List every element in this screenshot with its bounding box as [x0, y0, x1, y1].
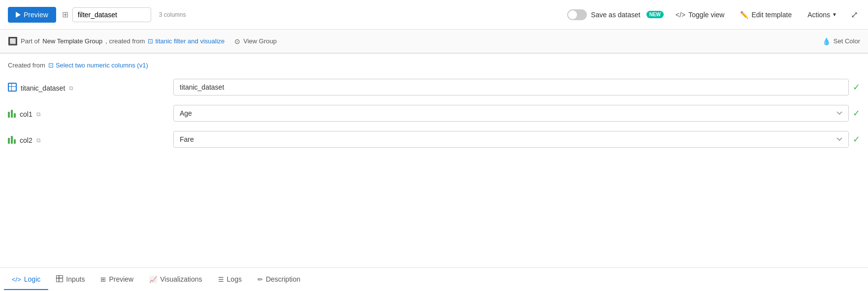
code-tab-icon: </>: [12, 276, 21, 283]
edit-template-label: Edit template: [751, 11, 792, 19]
toolbar-right: Save as dataset NEW </> Toggle view ✏️ E…: [567, 7, 860, 22]
bar-icon-col1: [8, 109, 16, 119]
svg-rect-12: [57, 276, 59, 278]
toolbar: Preview ⊞ 3 columns Save as dataset NEW …: [0, 0, 868, 30]
tab-inputs[interactable]: Inputs: [48, 269, 93, 291]
save-dataset-toggle-wrap: Save as dataset NEW: [567, 9, 664, 20]
param-label-col1: col1 ⧉: [8, 105, 165, 123]
tab-logs[interactable]: ☰ Logs: [210, 269, 250, 290]
tab-description[interactable]: ✏ Description: [250, 269, 308, 290]
group-name: New Template Group: [42, 37, 102, 45]
svg-rect-3: [9, 87, 11, 91]
template-link-text: titanic filter and visualize: [155, 37, 225, 45]
columns-label: 3 columns: [159, 11, 186, 18]
tab-preview-label: Preview: [109, 275, 133, 283]
set-color-label: Set Color: [834, 37, 860, 45]
check-icon-dataset: ✓: [853, 82, 860, 93]
list-tab-icon: ☰: [218, 276, 224, 283]
param-label-text-dataset: titanic_dataset: [21, 84, 65, 92]
svg-rect-5: [8, 112, 10, 118]
bottom-tabs: </> Logic Inputs ⊞ Preview 📈 Visualizati…: [0, 267, 868, 291]
param-label-text-col2: col2: [20, 136, 32, 144]
tab-logic-label: Logic: [24, 275, 40, 283]
view-group-button[interactable]: ⊙ View Group: [234, 37, 277, 45]
params-grid: titanic_dataset ⧉ ✓ col1 ⧉ Age Fare P: [8, 79, 860, 149]
chart-tab-icon: 📈: [149, 276, 157, 283]
edit-icon: ✏️: [740, 11, 748, 19]
created-from-link[interactable]: ⊡ Select two numeric columns (v1): [48, 62, 148, 69]
svg-rect-15: [60, 278, 63, 282]
tab-logs-label: Logs: [227, 275, 242, 283]
part-of-bar: 🔲 Part of New Template Group , created f…: [0, 30, 868, 53]
svg-rect-4: [12, 87, 16, 91]
svg-rect-1: [9, 84, 11, 86]
toggle-view-label: Toggle view: [688, 11, 724, 19]
save-dataset-label: Save as dataset: [591, 11, 640, 19]
template-group-icon: 🔲: [8, 36, 18, 46]
svg-rect-9: [11, 136, 13, 144]
template-link-icon: ⊡: [148, 37, 153, 45]
svg-rect-14: [57, 278, 59, 282]
tab-logic[interactable]: </> Logic: [4, 269, 48, 290]
code-icon: </>: [675, 11, 685, 19]
tab-inputs-label: Inputs: [66, 275, 85, 283]
bar-icon-col2: [8, 135, 16, 145]
view-group-label: View Group: [243, 37, 277, 45]
param-input-wrap-dataset: ✓: [173, 79, 860, 96]
chevron-down-icon: ▼: [832, 12, 837, 17]
created-from-link-text: Select two numeric columns (v1): [56, 62, 148, 69]
copy-icon-col1[interactable]: ⧉: [36, 111, 41, 118]
play-icon: [16, 12, 21, 18]
color-drop-icon: 💧: [822, 37, 831, 45]
new-badge: NEW: [646, 11, 664, 18]
template-link[interactable]: ⊡ titanic filter and visualize: [148, 37, 225, 45]
svg-rect-6: [11, 110, 13, 118]
table-tab-icon: [56, 275, 63, 284]
param-input-wrap-col2: Age Fare Pclass SibSp Parch ✓: [173, 131, 860, 148]
created-from-prefix: Created from: [8, 62, 45, 69]
tab-preview[interactable]: ⊞ Preview: [93, 269, 141, 290]
set-color-button[interactable]: 💧 Set Color: [822, 37, 860, 45]
preview-button[interactable]: Preview: [8, 7, 56, 23]
save-dataset-toggle[interactable]: [567, 9, 587, 20]
edit-template-button[interactable]: ✏️ Edit template: [736, 9, 796, 21]
toggle-knob: [568, 10, 577, 19]
col1-select[interactable]: Age Fare Pclass SibSp Parch: [173, 105, 849, 122]
dataset-input[interactable]: [173, 79, 849, 96]
copy-icon-dataset[interactable]: ⧉: [69, 85, 73, 92]
col2-select[interactable]: Age Fare Pclass SibSp Parch: [173, 131, 849, 148]
svg-rect-10: [14, 139, 16, 144]
main-content: Created from ⊡ Select two numeric column…: [0, 54, 868, 267]
grid-tab-icon: ⊞: [100, 276, 106, 283]
svg-rect-8: [8, 138, 10, 144]
toggle-view-button[interactable]: </> Toggle view: [672, 9, 728, 21]
node-name-input[interactable]: [72, 7, 151, 22]
tab-visualizations-label: Visualizations: [160, 275, 202, 283]
param-input-wrap-col1: Age Fare Pclass SibSp Parch ✓: [173, 105, 860, 122]
check-icon-col1: ✓: [853, 108, 860, 119]
pencil-tab-icon: ✏: [257, 276, 263, 283]
copy-icon-col2[interactable]: ⧉: [36, 137, 41, 144]
svg-rect-7: [14, 113, 16, 118]
part-of-prefix: Part of: [21, 37, 39, 45]
param-label-text-col1: col1: [20, 110, 32, 118]
param-label-col2: col2 ⧉: [8, 131, 165, 149]
actions-label: Actions: [807, 11, 830, 19]
circle-arrow-icon: ⊙: [234, 37, 240, 45]
node-icon: ⊞: [62, 10, 68, 19]
preview-button-label: Preview: [24, 11, 48, 19]
created-from-link-icon: ⊡: [48, 62, 54, 69]
tab-visualizations[interactable]: 📈 Visualizations: [141, 269, 210, 290]
tab-description-label: Description: [266, 275, 300, 283]
svg-rect-2: [12, 84, 16, 86]
actions-dropdown[interactable]: Actions ▼: [804, 9, 841, 21]
created-from-separator: , created from: [105, 37, 145, 45]
table-icon: [8, 83, 17, 93]
created-from-row: Created from ⊡ Select two numeric column…: [8, 62, 860, 69]
svg-rect-13: [60, 276, 63, 278]
node-name-box: ⊞: [62, 7, 151, 22]
check-icon-col2: ✓: [853, 134, 860, 145]
expand-icon[interactable]: ⤢: [849, 7, 860, 22]
param-label-dataset: titanic_dataset ⧉: [8, 79, 165, 97]
